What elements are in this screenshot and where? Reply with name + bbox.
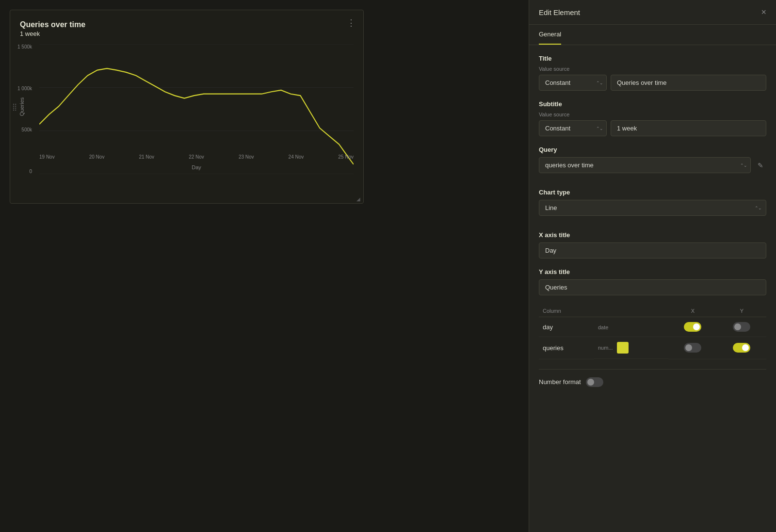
- query-select-wrapper: queries over time: [539, 157, 751, 173]
- y-label-1000k: 1 000k: [17, 86, 32, 91]
- edit-panel-title: Edit Element: [539, 8, 580, 16]
- query-edit-button[interactable]: ✎: [755, 159, 766, 172]
- x-label-20nov: 20 Nov: [89, 154, 105, 160]
- table-row: day date: [539, 317, 766, 337]
- queries-x-toggle[interactable]: [684, 343, 701, 353]
- subtitle-row: Constant Query: [539, 120, 766, 136]
- y-axis-input[interactable]: [539, 279, 766, 295]
- day-y-toggle[interactable]: [733, 322, 750, 332]
- chart-type-label: Chart type: [539, 189, 766, 196]
- edit-tabs: General: [529, 25, 776, 45]
- subtitle-text-input[interactable]: [611, 120, 766, 136]
- subtitle-section-label: Subtitle: [539, 100, 766, 108]
- title-row: Constant Query: [539, 75, 766, 91]
- subtitle-value-source-label: Value source: [539, 112, 766, 117]
- chart-type-section: Chart type Line Bar Area: [539, 189, 766, 216]
- x-axis-section: X axis title: [539, 231, 766, 258]
- title-section: Title Value source Constant Query: [539, 55, 766, 91]
- x-axis-labels: 19 Nov 20 Nov 21 Nov 22 Nov 23 Nov 24 No…: [39, 154, 354, 160]
- x-axis-title: Day: [192, 164, 201, 170]
- chart-type-select[interactable]: Line Bar Area: [539, 200, 766, 216]
- x-axis-section-label: X axis title: [539, 231, 766, 239]
- x-label-21nov: 21 Nov: [139, 154, 154, 160]
- chart-area: 1 500k 1 000k 500k 0 19 Nov: [39, 44, 354, 174]
- chart-container: ⣿ Queries over time 1 week ⋮ 1 500k 1 00…: [10, 10, 364, 204]
- x-label-19nov: 19 Nov: [39, 154, 55, 160]
- query-section: Query queries over time ✎: [539, 146, 766, 173]
- queries-y-toggle[interactable]: [733, 343, 750, 353]
- y-axis-section: Y axis title: [539, 268, 766, 295]
- y-axis-section-label: Y axis title: [539, 268, 766, 275]
- number-format-row: Number format: [539, 369, 766, 387]
- chart-type-wrapper: Line Bar Area: [539, 200, 766, 216]
- col-header-empty: [594, 305, 668, 317]
- chart-panel: ⣿ Queries over time 1 week ⋮ 1 500k 1 00…: [0, 0, 529, 532]
- y-axis-title: Queries: [19, 97, 25, 116]
- table-row: queries num...: [539, 337, 766, 359]
- title-source-select[interactable]: Constant Query: [539, 75, 607, 91]
- edit-header: Edit Element ×: [529, 0, 776, 25]
- col-type-day: date: [598, 324, 608, 330]
- y-label-0: 0: [17, 169, 32, 174]
- drag-handle[interactable]: ⣿: [12, 103, 17, 111]
- chart-menu-button[interactable]: ⋮: [347, 17, 356, 28]
- columns-section: Column X Y day date: [539, 305, 766, 359]
- x-label-25nov: 25 Nov: [338, 154, 354, 160]
- tab-general[interactable]: General: [539, 25, 561, 45]
- col-header-y: Y: [717, 305, 766, 317]
- title-source-wrapper: Constant Query: [539, 75, 607, 91]
- spacer1: [539, 183, 766, 189]
- query-select[interactable]: queries over time: [539, 157, 751, 173]
- x-axis-input[interactable]: [539, 242, 766, 258]
- subtitle-source-wrapper: Constant Query: [539, 120, 607, 136]
- chart-subtitle: 1 week: [20, 30, 354, 37]
- queries-color-swatch[interactable]: [617, 342, 629, 354]
- edit-content: Title Value source Constant Query Subtit…: [529, 45, 776, 532]
- x-label-22nov: 22 Nov: [189, 154, 204, 160]
- spacer2: [539, 226, 766, 231]
- x-label-23nov: 23 Nov: [239, 154, 254, 160]
- subtitle-section: Subtitle Value source Constant Query: [539, 100, 766, 136]
- title-text-input[interactable]: [611, 75, 766, 91]
- chart-title: Queries over time: [20, 20, 354, 29]
- title-value-source-label: Value source: [539, 66, 766, 72]
- close-button[interactable]: ×: [761, 8, 766, 16]
- subtitle-source-select[interactable]: Constant Query: [539, 120, 607, 136]
- edit-panel: Edit Element × General Title Value sourc…: [529, 0, 776, 532]
- day-x-toggle[interactable]: [684, 322, 701, 332]
- col-type-queries: num...: [598, 345, 613, 351]
- resize-handle[interactable]: ◢: [356, 196, 361, 201]
- query-row: queries over time ✎: [539, 157, 766, 173]
- x-label-24nov: 24 Nov: [289, 154, 304, 160]
- col-name-queries: queries: [543, 344, 564, 352]
- query-section-label: Query: [539, 146, 766, 153]
- y-label-500k: 500k: [17, 127, 32, 132]
- col-header-x: X: [668, 305, 717, 317]
- col-name-day: day: [543, 323, 553, 331]
- number-format-toggle[interactable]: [586, 377, 603, 387]
- columns-table: Column X Y day date: [539, 305, 766, 359]
- title-section-label: Title: [539, 55, 766, 62]
- col-header-column: Column: [539, 305, 594, 317]
- y-label-1500k: 1 500k: [17, 44, 32, 49]
- number-format-label: Number format: [539, 378, 581, 386]
